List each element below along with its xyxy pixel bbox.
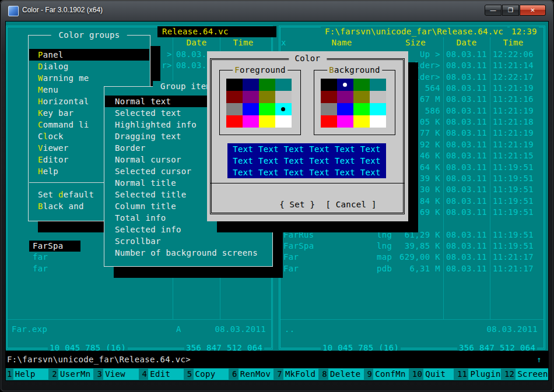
color-swatch[interactable]: [321, 103, 337, 115]
keybar-label[interactable]: Quit: [423, 369, 454, 380]
file-cell-date[interactable]: 08.03.11: [446, 49, 487, 60]
keybar-slot-view[interactable]: 3View: [96, 369, 141, 380]
file-cell-date[interactable]: 08.03.11: [446, 83, 487, 94]
color-swatch[interactable]: [337, 115, 353, 128]
color-swatch[interactable]: [353, 91, 370, 103]
keybar-label[interactable]: ConfMn: [373, 369, 408, 380]
file-cell-date[interactable]: 08.03.11: [446, 252, 487, 263]
file-cell-time[interactable]: 11:21:16: [493, 94, 534, 105]
color-swatch[interactable]: [337, 91, 353, 103]
file-cell-time[interactable]: 12:22:17: [493, 72, 534, 83]
file-name[interactable]: far: [33, 263, 48, 274]
color-swatch[interactable]: [243, 103, 259, 115]
file-cell-date[interactable]: 08.03.11: [446, 72, 487, 83]
file-cell-time[interactable]: 11:21:17: [493, 263, 534, 274]
color-swatch[interactable]: [321, 91, 337, 103]
color-swatch[interactable]: [337, 79, 353, 91]
keybar-label[interactable]: Help: [13, 369, 48, 380]
file-name[interactable]: Far: [283, 252, 299, 263]
color-swatch[interactable]: [243, 91, 259, 103]
minimize-button[interactable]: —: [485, 5, 502, 16]
color-swatch[interactable]: [243, 79, 259, 91]
file-cell-date[interactable]: 08.03.11: [446, 229, 487, 241]
file-cell-date[interactable]: 08.03.11: [446, 207, 487, 218]
file-cell-date[interactable]: 08.03.11: [446, 128, 487, 139]
keybar-label[interactable]: RenMov: [239, 369, 274, 380]
maximize-button[interactable]: ❐: [502, 5, 519, 16]
color-swatch[interactable]: [370, 79, 386, 91]
color-swatch[interactable]: [259, 79, 275, 91]
file-cell-date[interactable]: 08.03.11: [446, 184, 487, 195]
color-swatch[interactable]: [275, 79, 292, 91]
file-name[interactable]: far: [33, 252, 48, 263]
color-swatch[interactable]: [226, 115, 243, 128]
color-swatch[interactable]: [259, 115, 275, 128]
file-cell-time[interactable]: 11:21:19: [493, 128, 534, 139]
color-swatch[interactable]: [353, 103, 370, 115]
keybar-slot-quit[interactable]: 10Quit: [411, 369, 456, 380]
keybar-slot-copy[interactable]: 5Copy: [186, 369, 231, 380]
color-swatch[interactable]: [353, 79, 370, 91]
submenu-item[interactable]: Scrollbar: [105, 235, 272, 247]
file-cell-date[interactable]: 08.03.11: [446, 116, 487, 128]
keybar-slot-screen[interactable]: 12Screen: [503, 369, 548, 380]
keybar-label[interactable]: Delete: [328, 369, 363, 380]
file-cell-time[interactable]: 11:19:51: [493, 241, 534, 252]
file-cell-date[interactable]: 08.03.11: [446, 94, 487, 105]
color-swatch[interactable]: [337, 103, 353, 115]
cancel-button[interactable]: [ Cancel ]: [325, 200, 377, 209]
keybar-slot-confmn[interactable]: 9ConfMn: [366, 369, 411, 380]
set-button[interactable]: { Set }: [279, 200, 315, 209]
color-swatch[interactable]: [226, 103, 243, 115]
file-cell-time[interactable]: 11:19:51: [493, 207, 534, 218]
color-swatch[interactable]: [243, 115, 259, 128]
file-cell-date[interactable]: 08.03.11: [446, 162, 487, 173]
file-cell-time[interactable]: 11:21:19: [493, 139, 534, 150]
color-swatch[interactable]: [275, 91, 292, 103]
color-swatch[interactable]: [370, 91, 386, 103]
file-name[interactable]: FarSpa: [283, 241, 314, 252]
file-cell-date[interactable]: 08.03.11: [446, 150, 487, 161]
file-name[interactable]: Far: [283, 263, 299, 274]
file-cell-size[interactable]: 629,00 K: [379, 252, 440, 263]
menu-item[interactable]: Panel: [29, 49, 149, 61]
file-cell-date[interactable]: 08.03.11: [446, 196, 487, 207]
file-cell-date[interactable]: 08.03.11: [176, 60, 206, 71]
file-cell-time[interactable]: 11:19:51: [493, 173, 534, 184]
file-cell-time[interactable]: 11:21:19: [493, 83, 534, 94]
file-cell-date[interactable]: 08.03.11: [176, 49, 206, 60]
keybar-slot-edit[interactable]: 4Edit: [141, 369, 186, 380]
file-cell-date[interactable]: 08.03.11: [446, 105, 487, 116]
file-cell-date[interactable]: 08.03.11: [446, 173, 487, 184]
color-swatch[interactable]: [353, 115, 370, 128]
file-cell-date[interactable]: 08.03.11: [446, 263, 487, 274]
submenu-item[interactable]: Number of background screens: [105, 247, 272, 259]
keybar-slot-usermn[interactable]: 2UserMn: [51, 369, 96, 380]
keybar-label[interactable]: Copy: [194, 369, 229, 380]
file-cell-date[interactable]: 08.03.11: [446, 139, 487, 150]
color-swatch[interactable]: [226, 79, 243, 91]
color-swatch[interactable]: [275, 115, 292, 128]
file-cell-time[interactable]: 12:22:06: [493, 49, 534, 60]
color-swatch[interactable]: [321, 115, 337, 128]
keybar-slot-help[interactable]: 1Help: [6, 369, 51, 380]
file-cell-time[interactable]: 11:21:14: [493, 60, 534, 71]
keybar-label[interactable]: UserMn: [58, 369, 93, 380]
file-cell-time[interactable]: 11:19:51: [493, 162, 534, 173]
color-swatch[interactable]: [226, 91, 243, 103]
color-swatch[interactable]: [321, 79, 337, 91]
file-cell-date[interactable]: 08.03.11: [446, 241, 487, 252]
file-cell-time[interactable]: 11:19:51: [493, 229, 534, 241]
file-cell-time[interactable]: 11:21:17: [493, 252, 534, 263]
keybar-label[interactable]: Plugin: [468, 369, 501, 380]
color-swatch[interactable]: [259, 103, 275, 115]
menu-item[interactable]: Warning me: [29, 72, 149, 84]
command-line[interactable]: F:\farsvn\unicode_far\Release.64.vc>: [7, 354, 191, 365]
keybar-label[interactable]: Edit: [148, 369, 183, 380]
color-swatch[interactable]: [275, 103, 292, 115]
file-cell-date[interactable]: 08.03.11: [446, 60, 487, 71]
keybar-slot-mkfold[interactable]: 7MkFold: [276, 369, 321, 380]
titlebar[interactable]: Color - Far 3.0.1902 (x64) — ❐ ✕: [0, 0, 554, 22]
color-swatch[interactable]: [370, 103, 386, 115]
keybar-label[interactable]: Screen: [516, 369, 548, 380]
